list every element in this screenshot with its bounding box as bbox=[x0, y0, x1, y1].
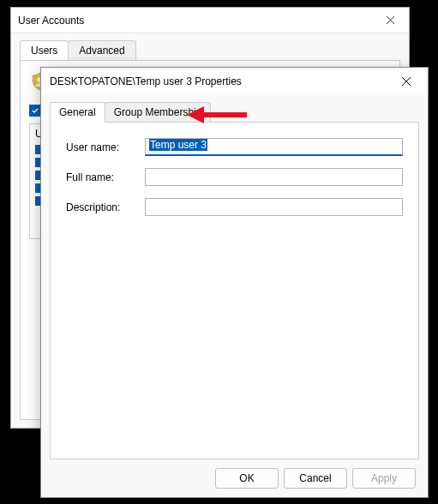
checkbox-icon bbox=[29, 105, 41, 117]
username-row: User name: Temp user 3 bbox=[66, 138, 403, 156]
tab-strip: Users Advanced bbox=[20, 40, 400, 61]
close-button[interactable] bbox=[392, 70, 421, 93]
close-icon bbox=[386, 15, 395, 25]
close-icon bbox=[401, 76, 411, 87]
dialog-buttons: OK Cancel Apply bbox=[50, 459, 419, 497]
close-button[interactable] bbox=[378, 11, 402, 30]
cancel-button[interactable]: Cancel bbox=[284, 468, 347, 489]
titlebar: DESKTOPATONE\Temp user 3 Properties bbox=[41, 68, 428, 95]
description-row: Description: bbox=[66, 198, 403, 216]
fullname-input[interactable] bbox=[145, 168, 403, 186]
titlebar: User Accounts bbox=[11, 8, 409, 33]
description-label: Description: bbox=[66, 201, 145, 213]
ok-button[interactable]: OK bbox=[215, 468, 279, 489]
window-body: General Group Membership User name: Temp… bbox=[41, 95, 428, 497]
tab-users[interactable]: Users bbox=[20, 40, 69, 60]
fullname-row: Full name: bbox=[66, 168, 403, 186]
username-label: User name: bbox=[66, 141, 145, 153]
tab-group-membership[interactable]: Group Membership bbox=[105, 102, 212, 122]
tab-strip: General Group Membership bbox=[50, 102, 419, 123]
fullname-label: Full name: bbox=[66, 171, 145, 183]
tab-panel-general: User name: Temp user 3 Full name: Descri… bbox=[50, 123, 419, 459]
tab-general[interactable]: General bbox=[50, 102, 105, 123]
tab-advanced[interactable]: Advanced bbox=[68, 40, 135, 60]
description-input[interactable] bbox=[145, 198, 403, 216]
window-title: User Accounts bbox=[18, 15, 378, 27]
user-properties-window: DESKTOPATONE\Temp user 3 Properties Gene… bbox=[40, 67, 429, 498]
username-input[interactable]: Temp user 3 bbox=[145, 138, 403, 156]
apply-button[interactable]: Apply bbox=[352, 468, 416, 489]
window-title: DESKTOPATONE\Temp user 3 Properties bbox=[50, 75, 392, 87]
